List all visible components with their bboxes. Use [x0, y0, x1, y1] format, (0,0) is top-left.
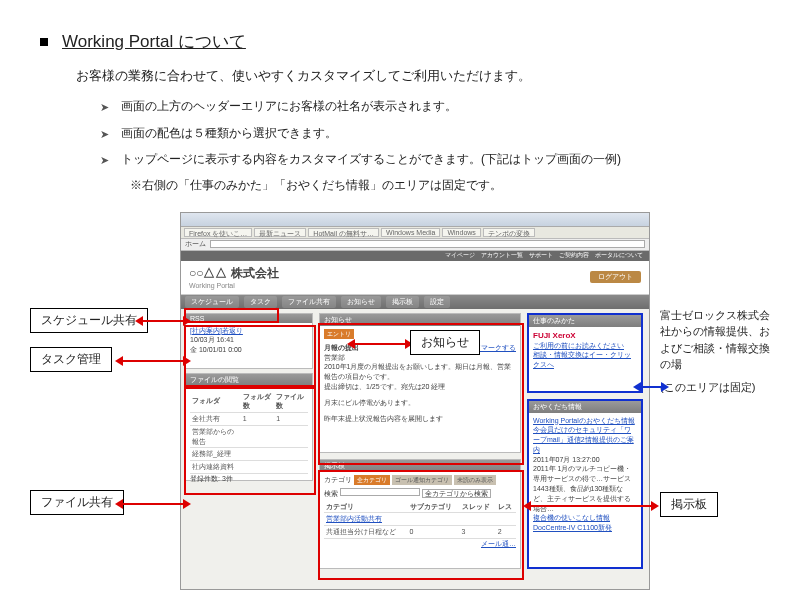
- panel-header: お知らせ: [320, 314, 520, 326]
- browser-chrome: [181, 213, 649, 227]
- browser-bookmark-bar: Firefox を使いこ… 最新ニュース HotMail の無料サ… Windo…: [181, 227, 649, 239]
- browser-tab[interactable]: ホーム: [185, 239, 206, 249]
- top-link[interactable]: ご契約内容: [559, 251, 589, 260]
- notice-line: 2010年1月度の月報提出をお願いします。期日は月報、営業報告の項目からです。: [324, 362, 516, 382]
- logout-button[interactable]: ログアウト: [590, 271, 641, 283]
- chevron-right-icon: ➤: [100, 152, 109, 169]
- top-link[interactable]: アカウント一覧: [481, 251, 523, 260]
- files-footer: 登録件数: 3件: [190, 474, 308, 484]
- panel-work: 仕事のみかた FUJI XeroX ご利用の前にお読みください 相談・情報交換は…: [527, 313, 643, 393]
- notice-heading: 月報の提出: [324, 343, 359, 353]
- useful-link[interactable]: DocCentre-IV C1100新発: [533, 523, 637, 533]
- panel-useful: おやくだち情報 Working Portalのおやくだち情報 今会員だけのセキュ…: [527, 399, 643, 569]
- rss-date: 10/03月 16:41: [190, 335, 308, 345]
- callout-notice: お知らせ: [410, 330, 480, 355]
- table-row: 営業部内活動共有: [324, 513, 516, 526]
- th: フォルダ: [190, 391, 241, 413]
- bookmark[interactable]: Firefox を使いこ…: [184, 228, 252, 237]
- nav-tab[interactable]: 掲示板: [386, 296, 419, 308]
- bullet-text: 画面の配色は５種類から選択できます。: [121, 124, 760, 143]
- heading-bullet-icon: [40, 38, 48, 46]
- bullet-item: ➤ トップページに表示する内容をカスタマイズすることができます。(下記はトップ画…: [100, 150, 760, 169]
- bullet-text: 画面の上方のヘッダーエリアにお客様の社名が表示されます。: [121, 97, 760, 116]
- bookmark[interactable]: 最新ニュース: [254, 228, 306, 237]
- panel-header: 仕事のみかた: [529, 315, 641, 327]
- board-search-label: 検索: [324, 490, 338, 497]
- board-search-input[interactable]: [340, 488, 420, 496]
- nav-tab[interactable]: タスク: [244, 296, 277, 308]
- bullet-text: トップページに表示する内容をカスタマイズすることができます。(下記はトップ画面の…: [121, 150, 760, 169]
- company-header: ○○△△ 株式会社 Working Portal ログアウト: [181, 261, 649, 295]
- useful-link[interactable]: 複合機の使いこなし情報: [533, 513, 637, 523]
- th: スレッド: [460, 501, 496, 513]
- top-link[interactable]: サポート: [529, 251, 553, 260]
- table-row: 経務部_経理: [190, 448, 308, 461]
- th: ファイル数: [274, 391, 308, 413]
- arrow-file: [118, 499, 188, 509]
- board-chip[interactable]: 全カテゴリ: [354, 475, 390, 485]
- bookmark[interactable]: Windows Media: [381, 228, 440, 237]
- side-note: 富士ゼロックス株式会社からの情報提供、およびご相談・情報交換の場 (このエリアは…: [660, 307, 770, 396]
- board-table: カテゴリサブカテゴリスレッドレス 営業部内活動共有 共通担当分け日程など032: [324, 501, 516, 539]
- page-title: Working Portal について: [62, 30, 246, 53]
- rss-link[interactable]: [社内案内]若返り: [190, 326, 308, 336]
- notice-line: 昨年末提上状況報告内容を展開します: [324, 414, 516, 424]
- th: フォルダ数: [241, 391, 275, 413]
- bullet-note: ※右側の「仕事のみかた」「おやくだち情報」のエリアは固定です。: [130, 177, 760, 194]
- nav-tab[interactable]: ファイル共有: [282, 296, 336, 308]
- address-bar[interactable]: [210, 240, 645, 248]
- board-chip[interactable]: 未読のみ表示: [454, 475, 496, 485]
- useful-link[interactable]: 今会員だけのセキュリティ「ワープmail」通信2情報提供のご案内: [533, 425, 637, 454]
- portal-nav: スケジュール タスク ファイル共有 お知らせ 掲示板 設定: [181, 295, 649, 309]
- portal-tagline: Working Portal: [189, 282, 279, 289]
- board-mail-link[interactable]: メール通…: [324, 539, 516, 549]
- callout-task: タスク管理: [30, 347, 112, 372]
- top-link[interactable]: マイページ: [445, 251, 475, 260]
- notice-line: 月末にビル停電があります。: [324, 398, 516, 408]
- useful-link[interactable]: Working Portalのおやくだち情報: [533, 416, 637, 426]
- page-subtitle: お客様の業務に合わせて、使いやすくカスタマイズしてご利用いただけます。: [76, 67, 760, 85]
- panel-files: ファイルの閲覧 フォルダフォルダ数ファイル数 全社共有11 営業部からの報告 経…: [185, 373, 313, 481]
- table-row: 共通担当分け日程など032: [324, 526, 516, 539]
- board-cat-label: カテゴリ: [324, 476, 352, 483]
- bullet-item: ➤ 画面の配色は５種類から選択できます。: [100, 124, 760, 143]
- work-link[interactable]: ご利用の前にお読みください: [533, 341, 637, 351]
- nav-tab[interactable]: スケジュール: [185, 296, 239, 308]
- callout-file: ファイル共有: [30, 490, 124, 515]
- bookmark[interactable]: テンポの変換: [483, 228, 535, 237]
- rss-date: 金 10/01/01 0:00: [190, 345, 308, 355]
- notice-line: 提出締切は、1/25です。宛先は20 経理: [324, 382, 516, 392]
- bullet-item: ➤ 画面の上方のヘッダーエリアにお客様の社名が表示されます。: [100, 97, 760, 116]
- callout-board: 掲示板: [660, 492, 718, 517]
- nav-tab[interactable]: 設定: [424, 296, 450, 308]
- nav-tab[interactable]: お知らせ: [341, 296, 381, 308]
- chevron-right-icon: ➤: [100, 126, 109, 143]
- table-row: 営業部からの報告: [190, 425, 308, 448]
- callout-schedule: スケジュール共有: [30, 308, 148, 333]
- arrow-task: [118, 356, 188, 366]
- portal-top-links: マイページ アカウント一覧 サポート ご契約内容 ポータルについて: [181, 251, 649, 261]
- work-link[interactable]: 相談・情報交換はイー・クリックスへ: [533, 350, 637, 370]
- browser-tab-row: ホーム: [181, 239, 649, 251]
- panel-header: おやくだち情報: [529, 401, 641, 413]
- board-search-button[interactable]: 全カテゴリから検索: [422, 489, 491, 498]
- entry-tab[interactable]: エントリ: [324, 329, 354, 339]
- bookmark[interactable]: HotMail の無料サ…: [308, 228, 379, 237]
- panel-board: 掲示板 カテゴリ 全カテゴリ ゴール通知カテゴリ 未読のみ表示 検索 全カテゴリ…: [319, 459, 521, 569]
- useful-date: 2011年07月 13:27:00: [533, 455, 637, 465]
- panel-header: RSS: [186, 314, 312, 323]
- files-table: フォルダフォルダ数ファイル数 全社共有11 営業部からの報告 経務部_経理 社内…: [190, 391, 308, 475]
- side-note-fixed: (このエリアは固定): [660, 379, 770, 396]
- top-link[interactable]: ポータルについて: [595, 251, 643, 260]
- portal-screenshot: Firefox を使いこ… 最新ニュース HotMail の無料サ… Windo…: [180, 212, 650, 590]
- panel-header: ファイルの閲覧: [186, 374, 312, 386]
- panel-header: 掲示板: [320, 460, 520, 472]
- table-row: 全社共有11: [190, 413, 308, 426]
- board-chip[interactable]: ゴール通知カテゴリ: [392, 475, 452, 485]
- bookmark[interactable]: Windows: [442, 228, 480, 237]
- chevron-right-icon: ➤: [100, 99, 109, 116]
- th: サブカテゴリ: [408, 501, 460, 513]
- th: レス: [496, 501, 516, 513]
- portal-diagram: Firefox を使いこ… 最新ニュース HotMail の無料サ… Windo…: [40, 212, 760, 592]
- th: カテゴリ: [324, 501, 408, 513]
